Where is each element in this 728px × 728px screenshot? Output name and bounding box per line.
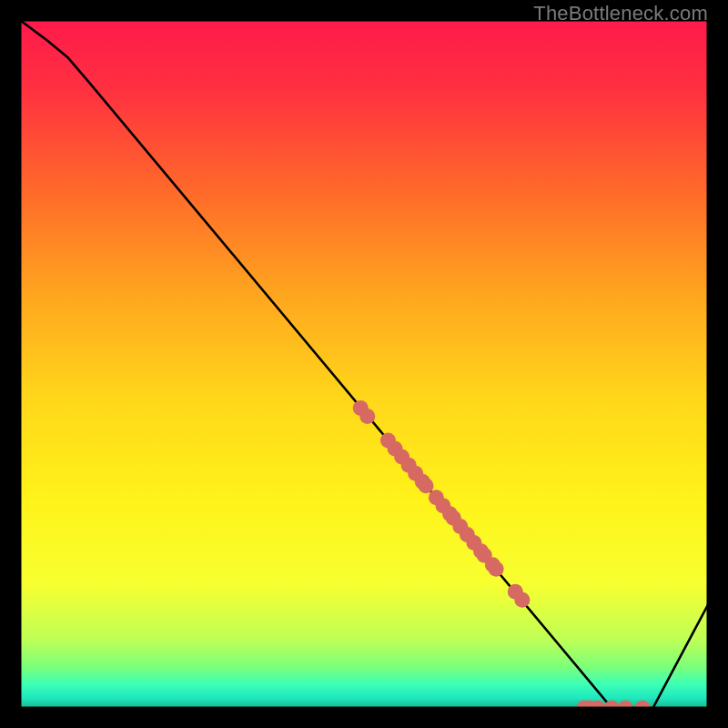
chart-stage: TheBottleneck.com [0, 0, 728, 728]
plot-area [20, 20, 708, 708]
axes-frame [20, 20, 708, 708]
svg-rect-1 [21, 21, 708, 708]
